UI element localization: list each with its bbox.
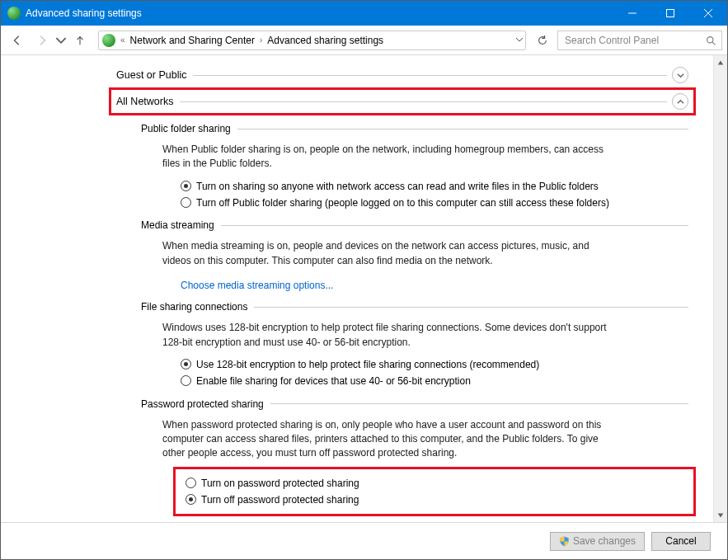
- forward-button: [31, 29, 54, 52]
- breadcrumb[interactable]: « Network and Sharing Center › Advanced …: [98, 31, 526, 50]
- navbar: « Network and Sharing Center › Advanced …: [1, 26, 727, 55]
- content-area: Guest or Public All Networks Public fold…: [1, 55, 727, 522]
- svg-rect-0: [667, 10, 674, 17]
- profile-label: Guest or Public: [116, 69, 193, 81]
- section-password-sharing: Password protected sharing When password…: [141, 398, 688, 515]
- maximize-button[interactable]: [651, 1, 689, 26]
- app-icon: [7, 7, 21, 20]
- search-icon[interactable]: [706, 35, 716, 49]
- radio-icon: [181, 359, 191, 369]
- up-button[interactable]: [68, 29, 92, 52]
- recent-dropdown[interactable]: [55, 29, 67, 52]
- section-desc: When password protected sharing is on, o…: [162, 418, 608, 461]
- chevron-right-icon: ›: [260, 35, 262, 45]
- shield-icon: [559, 536, 570, 547]
- password-radio-group-highlight: Turn on password protected sharing Turn …: [176, 469, 693, 515]
- save-changes-button[interactable]: Save changes: [550, 532, 645, 551]
- save-label: Save changes: [573, 535, 636, 547]
- profile-label: All Networks: [116, 96, 180, 107]
- refresh-button[interactable]: [533, 31, 552, 50]
- breadcrumb-root-chevron[interactable]: «: [120, 35, 125, 45]
- section-title: Media streaming: [141, 219, 221, 231]
- breadcrumb-dropdown[interactable]: [515, 34, 524, 48]
- section-title: File sharing connections: [141, 301, 254, 313]
- media-options-link[interactable]: Choose media streaming options...: [181, 280, 333, 291]
- section-title: Password protected sharing: [141, 398, 270, 410]
- minimize-button[interactable]: [613, 1, 651, 26]
- profile-header-all-networks[interactable]: All Networks: [111, 90, 693, 113]
- close-button[interactable]: [689, 1, 727, 26]
- cancel-label: Cancel: [665, 535, 696, 547]
- search-input[interactable]: [563, 34, 716, 47]
- section-file-sharing: File sharing connections Windows uses 12…: [141, 301, 688, 388]
- chevron-down-icon[interactable]: [672, 67, 688, 83]
- search-box[interactable]: [557, 31, 722, 50]
- window-title: Advanced sharing settings: [26, 7, 613, 19]
- radio-label: Turn off Public folder sharing (people l…: [196, 196, 609, 210]
- radio-icon: [181, 197, 191, 208]
- radio-label: Turn off password protected sharing: [201, 493, 359, 507]
- divider: [270, 403, 688, 404]
- radio-icon: [181, 375, 191, 386]
- section-desc: When media streaming is on, people and d…: [162, 239, 608, 268]
- section-title: Public folder sharing: [141, 123, 237, 134]
- radio-128bit[interactable]: Use 128-bit encryption to help protect f…: [181, 358, 688, 372]
- radio-password-on[interactable]: Turn on password protected sharing: [186, 477, 688, 491]
- divider: [180, 101, 667, 102]
- radio-icon: [186, 494, 196, 505]
- svg-point-1: [707, 36, 713, 42]
- divider: [237, 129, 688, 129]
- scroll-down-icon[interactable]: [714, 508, 727, 522]
- section-public-folder-sharing: Public folder sharing When Public folder…: [141, 123, 688, 209]
- radio-public-off[interactable]: Turn off Public folder sharing (people l…: [181, 196, 688, 210]
- section-desc: When Public folder sharing is on, people…: [162, 143, 608, 172]
- location-icon: [102, 34, 115, 47]
- section-desc: Windows uses 128-bit encryption to help …: [162, 321, 608, 350]
- profile-header-guest[interactable]: Guest or Public: [116, 67, 688, 83]
- radio-label: Turn on password protected sharing: [201, 477, 359, 491]
- radio-icon: [181, 181, 191, 191]
- chevron-up-icon[interactable]: [672, 93, 688, 110]
- divider: [254, 307, 688, 308]
- radio-icon: [186, 478, 196, 488]
- radio-password-off[interactable]: Turn off password protected sharing: [186, 493, 688, 507]
- divider: [193, 75, 667, 76]
- breadcrumb-item-current[interactable]: Advanced sharing settings: [264, 33, 387, 48]
- radio-40bit[interactable]: Enable file sharing for devices that use…: [181, 374, 688, 388]
- scroll-up-icon[interactable]: [714, 55, 727, 69]
- radio-public-on[interactable]: Turn on sharing so anyone with network a…: [181, 180, 688, 194]
- cancel-button[interactable]: Cancel: [651, 532, 711, 551]
- breadcrumb-item-network[interactable]: Network and Sharing Center: [127, 33, 258, 48]
- radio-label: Enable file sharing for devices that use…: [196, 374, 471, 388]
- divider: [221, 225, 688, 226]
- vertical-scrollbar[interactable]: [713, 55, 727, 522]
- radio-label: Turn on sharing so anyone with network a…: [196, 180, 599, 194]
- back-button[interactable]: [6, 29, 29, 52]
- section-media-streaming: Media streaming When media streaming is …: [141, 219, 688, 291]
- footer: Save changes Cancel: [1, 522, 727, 559]
- radio-label: Use 128-bit encryption to help protect f…: [196, 358, 539, 372]
- titlebar: Advanced sharing settings: [1, 1, 727, 26]
